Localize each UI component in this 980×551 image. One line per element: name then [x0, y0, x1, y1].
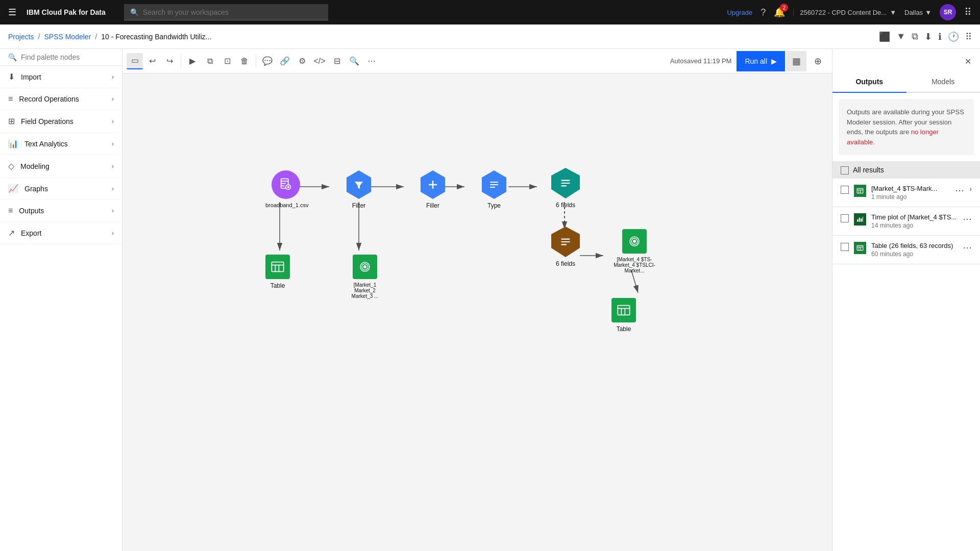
copy-button[interactable]: ⧉: [202, 53, 218, 69]
sidebar-item-graphs[interactable]: 📈 Graphs ›: [0, 178, 122, 200]
workspace-chevron-icon: ▼: [890, 9, 896, 16]
svg-rect-17: [561, 183, 570, 184]
workspace-selector[interactable]: 2560722 - CPD Content De... ▼: [793, 9, 896, 16]
result-2-checkbox[interactable]: [841, 243, 849, 251]
result-1-checkbox[interactable]: [841, 214, 849, 222]
result-0-expand-icon[interactable]: ›: [969, 185, 972, 193]
search-bar[interactable]: 🔍: [124, 4, 328, 20]
toolbar-divider-2: [256, 55, 256, 67]
close-panel-button[interactable]: ✕: [958, 51, 978, 71]
tab-models[interactable]: Models: [906, 71, 981, 93]
breadcrumb-spss[interactable]: SPSS Modeler: [44, 33, 91, 41]
node-6fields-a[interactable]: 6 fields: [551, 168, 580, 209]
result-item-2[interactable]: Table (26 fields, 63 records) 60 minutes…: [832, 236, 980, 264]
settings-button[interactable]: ⚙: [294, 53, 310, 69]
node-filter1[interactable]: Filter: [345, 170, 373, 209]
info-icon[interactable]: ℹ: [938, 31, 942, 42]
delete-button[interactable]: 🗑: [236, 53, 253, 69]
node-output1-label: [Market_1 Market_2 Market_3 ...: [345, 282, 385, 299]
apps-grid-icon[interactable]: ⠿: [964, 6, 972, 18]
graphs-chevron-icon: ›: [112, 185, 114, 192]
undo-button[interactable]: ↩: [144, 53, 160, 69]
more-options-button[interactable]: ⋯: [363, 53, 380, 69]
history-icon[interactable]: 🕐: [948, 31, 959, 42]
sidebar-search[interactable]: 🔍: [0, 49, 122, 66]
redo-button[interactable]: ↪: [161, 53, 178, 69]
svg-rect-42: [861, 218, 862, 221]
sidebar-search-input[interactable]: [21, 53, 114, 61]
copy-icon[interactable]: ⧉: [912, 31, 918, 42]
result-item-1[interactable]: Time plot of [Market_4 $TS... 14 minutes…: [832, 207, 980, 236]
models-panel-button[interactable]: ⊕: [807, 51, 828, 71]
outputs-panel-button[interactable]: ▦: [786, 51, 806, 71]
comment-button[interactable]: 💬: [259, 53, 276, 69]
breadcrumb-actions: ⬛ ▼ ⧉ ⬇ ℹ 🕐 ⠿: [879, 31, 972, 42]
zoom-button[interactable]: 🔍: [346, 53, 362, 69]
upgrade-button[interactable]: Upgrade: [727, 9, 752, 16]
node-output1[interactable]: [Market_1 Market_2 Market_3 ...: [345, 255, 385, 299]
export-sidebar-icon: ↗: [8, 228, 15, 238]
autosave-status: Autosaved 11:19 PM: [670, 57, 732, 65]
help-icon[interactable]: ?: [761, 7, 766, 18]
sidebar-item-field-operations[interactable]: ⊞ Field Operations ›: [0, 110, 122, 133]
node-table1[interactable]: Table: [265, 255, 290, 289]
export-icon[interactable]: ⬛: [879, 31, 890, 42]
node-6fields-b[interactable]: 6 fields: [551, 227, 580, 267]
top-navigation: ☰ IBM Cloud Pak for Data 🔍 Upgrade ? 🔔 2…: [0, 0, 980, 24]
svg-rect-32: [618, 306, 629, 315]
result-item-0[interactable]: [Market_4 $TS-Mark... 1 minute ago ⋯ ›: [832, 179, 980, 207]
result-2-more-icon[interactable]: ⋯: [963, 242, 972, 253]
paste-button[interactable]: ⊡: [219, 53, 235, 69]
sidebar-item-record-operations[interactable]: ≡ Record Operations ›: [0, 88, 122, 110]
sidebar-item-modeling[interactable]: ◇ Modeling ›: [0, 155, 122, 178]
grid-icon[interactable]: ⠿: [965, 31, 972, 42]
sidebar-label-export: Export: [21, 229, 106, 237]
node-type[interactable]: Type: [480, 170, 508, 209]
node-csv[interactable]: broadband_1.csv: [265, 170, 306, 208]
svg-rect-43: [863, 217, 863, 222]
breadcrumb-sep-2: /: [95, 33, 97, 41]
node-palette-button[interactable]: ⊟: [329, 53, 345, 69]
result-2-time: 60 minutes ago: [871, 251, 958, 258]
download-icon[interactable]: ⬇: [924, 31, 932, 42]
import-icon: ⬇: [8, 72, 15, 82]
node-table2-label: Table: [617, 325, 631, 333]
chevron-down-icon[interactable]: ▼: [896, 31, 905, 42]
avatar[interactable]: SR: [940, 4, 956, 20]
flow-canvas[interactable]: broadband_1.csv Filter Filler: [122, 73, 832, 551]
region-selector[interactable]: Dallas ▼: [904, 9, 932, 16]
field-operations-icon: ⊞: [8, 116, 15, 126]
all-results-header: All results: [832, 161, 980, 179]
search-input[interactable]: [143, 8, 322, 16]
cursor-tool-button[interactable]: ▭: [127, 53, 143, 69]
sidebar-item-import[interactable]: ⬇ Import ›: [0, 66, 122, 88]
workspace-name: 2560722 - CPD Content De...: [800, 9, 887, 16]
svg-rect-14: [490, 184, 498, 185]
tab-outputs[interactable]: Outputs: [832, 71, 906, 93]
run-all-button[interactable]: Run all ▶: [737, 51, 785, 71]
result-0-checkbox[interactable]: [841, 186, 849, 194]
node-table2[interactable]: Table: [611, 298, 636, 333]
link-button[interactable]: 🔗: [277, 53, 293, 69]
svg-rect-18: [561, 185, 567, 186]
region-name: Dallas: [904, 9, 923, 16]
svg-rect-41: [859, 218, 860, 222]
sidebar-label-outputs: Outputs: [19, 207, 106, 215]
notifications-icon[interactable]: 🔔 2: [774, 7, 785, 18]
sidebar-item-export[interactable]: ↗ Export ›: [0, 222, 122, 244]
node-output2[interactable]: [Market_4 $TS- Market_4 $TSLCI-Market...: [611, 229, 657, 273]
sidebar-label-field-ops: Field Operations: [21, 117, 106, 126]
select-all-checkbox[interactable]: [841, 166, 849, 174]
result-1-more-icon[interactable]: ⋯: [963, 213, 972, 224]
node-filler[interactable]: Filler: [419, 170, 447, 209]
sidebar-item-outputs[interactable]: ≡ Outputs ›: [0, 200, 122, 222]
breadcrumb-projects[interactable]: Projects: [8, 33, 34, 41]
code-button[interactable]: </>: [311, 53, 328, 69]
sidebar-label-import: Import: [21, 73, 106, 81]
sidebar-item-text-analytics[interactable]: 📊 Text Analytics ›: [0, 133, 122, 155]
run-button[interactable]: ▶: [184, 53, 201, 69]
sidebar-label-graphs: Graphs: [24, 185, 106, 193]
menu-icon[interactable]: ☰: [8, 7, 16, 18]
result-0-more-icon[interactable]: ⋯: [955, 185, 964, 196]
svg-rect-36: [857, 188, 863, 193]
